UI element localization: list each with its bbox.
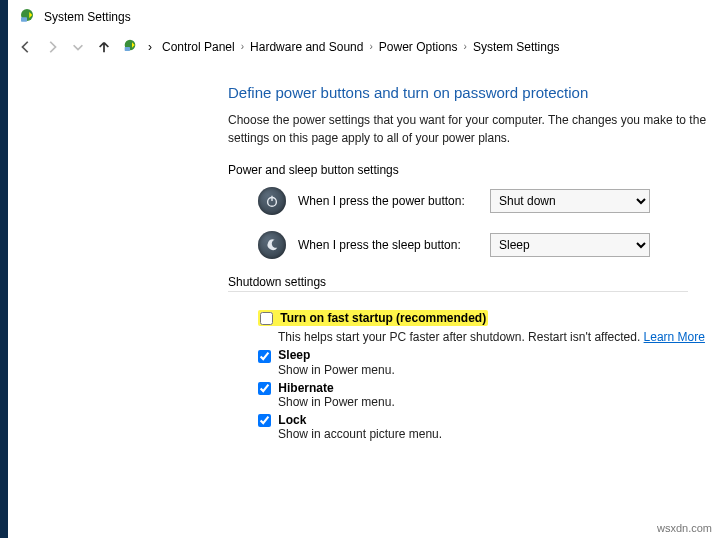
- fast-startup-checkbox[interactable]: [260, 312, 273, 325]
- power-button-row: When I press the power button: Shut down: [258, 187, 720, 215]
- chevron-right-icon: ›: [148, 40, 152, 54]
- divider: [228, 291, 688, 292]
- chevron-right-icon: ›: [241, 41, 244, 52]
- up-arrow-icon[interactable]: [96, 39, 112, 55]
- breadcrumb-icon: [122, 37, 138, 56]
- power-options-icon: [18, 6, 36, 27]
- recent-dropdown-icon[interactable]: [70, 39, 86, 55]
- hibernate-option-label: Hibernate: [278, 381, 333, 395]
- crumb-power-options[interactable]: Power Options: [379, 40, 458, 54]
- crumb-system-settings[interactable]: System Settings: [473, 40, 560, 54]
- navbar: › Control Panel › Hardware and Sound › P…: [8, 33, 720, 66]
- sleep-option: Sleep Show in Power menu.: [258, 348, 720, 376]
- sleep-checkbox[interactable]: [258, 350, 271, 363]
- crumb-control-panel[interactable]: Control Panel: [162, 40, 235, 54]
- sleep-button-label: When I press the sleep button:: [298, 238, 478, 252]
- sleep-option-label: Sleep: [278, 348, 310, 362]
- sleep-button-row: When I press the sleep button: Sleep: [258, 231, 720, 259]
- power-icon: [258, 187, 286, 215]
- fast-startup-label: Turn on fast startup (recommended): [280, 311, 486, 325]
- fast-startup-sub: This helps start your PC faster after sh…: [278, 330, 720, 344]
- hibernate-checkbox[interactable]: [258, 382, 271, 395]
- shutdown-section-label: Shutdown settings: [228, 275, 720, 289]
- sleep-icon: [258, 231, 286, 259]
- svg-rect-3: [125, 47, 130, 51]
- sleep-sub: Show in Power menu.: [278, 363, 720, 377]
- hibernate-sub: Show in Power menu.: [278, 395, 720, 409]
- power-button-select[interactable]: Shut down: [490, 189, 650, 213]
- lock-sub: Show in account picture menu.: [278, 427, 720, 441]
- svg-rect-1: [21, 17, 27, 22]
- forward-arrow-icon[interactable]: [44, 39, 60, 55]
- page-title: Define power buttons and turn on passwor…: [228, 84, 720, 101]
- sleep-button-select[interactable]: Sleep: [490, 233, 650, 257]
- titlebar: System Settings: [8, 0, 720, 33]
- chevron-right-icon: ›: [464, 41, 467, 52]
- lock-checkbox[interactable]: [258, 414, 271, 427]
- lock-option-label: Lock: [278, 413, 306, 427]
- window-title: System Settings: [44, 10, 131, 24]
- crumb-hardware-sound[interactable]: Hardware and Sound: [250, 40, 363, 54]
- fast-startup-option: Turn on fast startup (recommended): [258, 310, 488, 326]
- learn-more-link[interactable]: Learn More: [644, 330, 705, 344]
- back-arrow-icon[interactable]: [18, 39, 34, 55]
- main-content: Define power buttons and turn on passwor…: [8, 66, 720, 441]
- lock-option: Lock Show in account picture menu.: [258, 413, 720, 441]
- power-button-label: When I press the power button:: [298, 194, 478, 208]
- fast-startup-sub-text: This helps start your PC faster after sh…: [278, 330, 644, 344]
- watermark: wsxdn.com: [657, 522, 712, 534]
- hibernate-option: Hibernate Show in Power menu.: [258, 381, 720, 409]
- chevron-right-icon: ›: [369, 41, 372, 52]
- page-description: Choose the power settings that you want …: [228, 111, 720, 147]
- breadcrumb: Control Panel › Hardware and Sound › Pow…: [162, 40, 560, 54]
- power-sleep-section-label: Power and sleep button settings: [228, 163, 720, 177]
